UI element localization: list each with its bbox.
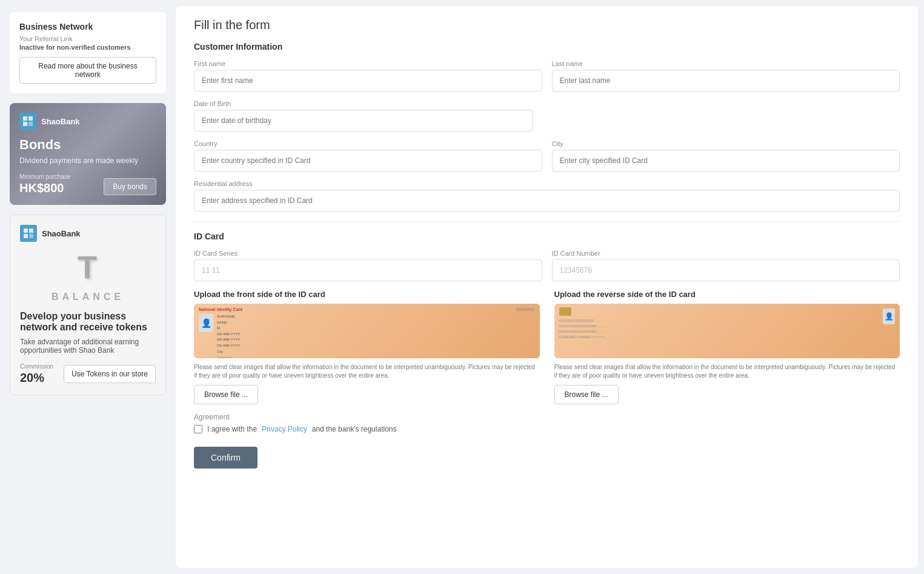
id-row: ID Card Series ID Card Number bbox=[194, 250, 900, 281]
id-series-input[interactable] bbox=[194, 259, 542, 281]
country-label: Country bbox=[194, 140, 542, 147]
id-card-city-text: City bbox=[217, 349, 241, 355]
id-card-back-photo-icon: 👤 bbox=[883, 309, 895, 324]
id-section-title: ID Card bbox=[194, 232, 900, 241]
divider bbox=[194, 221, 900, 222]
min-price: HK$800 bbox=[19, 181, 70, 195]
business-network-section: Business Network Your Referral Link Inac… bbox=[10, 12, 166, 93]
address-label: Residential address bbox=[194, 180, 900, 187]
upload-front-title: Upload the front side of the ID card bbox=[194, 290, 540, 299]
id-card-back-content: 👤 IDGBR000000000000........ 000000000000… bbox=[554, 304, 900, 358]
agreement-section: Agreement I agree with the Privacy Polic… bbox=[194, 413, 900, 433]
id-card-front-number: 00000000 bbox=[516, 307, 534, 312]
sidebar: Business Network Your Referral Link Inac… bbox=[0, 0, 176, 574]
upload-front-desc: Please send clear images that allow the … bbox=[194, 363, 540, 380]
id-series-label: ID Card Series bbox=[194, 250, 542, 257]
svg-rect-3 bbox=[28, 122, 33, 126]
country-input[interactable] bbox=[194, 150, 542, 172]
svg-rect-5 bbox=[29, 229, 33, 233]
main-content: Fill in the form Customer Information Fi… bbox=[176, 6, 918, 568]
referral-label: Your Referral Link bbox=[19, 35, 156, 42]
balance-bank-label: ShaoBank bbox=[42, 229, 81, 238]
bonds-title: Bonds bbox=[19, 137, 156, 153]
bonds-price-group: Minimum purchase HK$800 bbox=[19, 173, 70, 195]
balance-desc-text: Take advantage of additional earning opp… bbox=[20, 338, 156, 355]
id-card-front-body: 👤 SURNAMENAMEMDD-MM-YYYYDD-MM-YYYYDD-MM-… bbox=[199, 314, 535, 358]
bonds-card: ShaoBank Bonds Dividend payments are mad… bbox=[10, 103, 166, 205]
id-card-front-preview: National Identity Card 00000000 👤 SURNAM… bbox=[194, 304, 540, 358]
address-row: Residential address bbox=[194, 180, 900, 212]
bonds-bank-label: ShaoBank bbox=[41, 117, 80, 126]
svg-rect-7 bbox=[29, 234, 33, 238]
dob-label: Date of Birth bbox=[194, 100, 533, 107]
id-card-front-label: National Identity Card bbox=[199, 307, 242, 312]
country-group: Country bbox=[194, 140, 542, 172]
last-name-input[interactable] bbox=[552, 70, 900, 92]
upload-back-title: Upload the reverse side of the ID card bbox=[554, 290, 900, 299]
svg-rect-4 bbox=[24, 229, 28, 233]
id-number-input[interactable] bbox=[552, 259, 900, 281]
last-name-group: Last name bbox=[552, 60, 900, 92]
name-row: First name Last name bbox=[194, 60, 900, 92]
id-card-photo-icon: 👤 bbox=[199, 314, 213, 332]
upload-back-group: Upload the reverse side of the ID card 👤… bbox=[554, 290, 900, 404]
bonds-footer: Minimum purchase HK$800 Buy bonds bbox=[19, 173, 156, 195]
upload-section: Upload the front side of the ID card Nat… bbox=[194, 290, 900, 404]
form-title: Fill in the form bbox=[194, 18, 900, 32]
commission-value: 20% bbox=[20, 371, 53, 385]
svg-rect-1 bbox=[28, 116, 33, 121]
dob-group: Date of Birth bbox=[194, 100, 533, 132]
first-name-group: First name bbox=[194, 60, 542, 92]
commission-group: Commission 20% bbox=[20, 363, 53, 385]
first-name-label: First name bbox=[194, 60, 542, 67]
balance-card-header: ShaoBank bbox=[20, 225, 156, 242]
city-label: City bbox=[552, 140, 900, 147]
address-input[interactable] bbox=[194, 190, 900, 212]
commission-label: Commission bbox=[20, 363, 53, 370]
address-group: Residential address bbox=[194, 180, 900, 212]
svg-rect-6 bbox=[24, 234, 28, 238]
privacy-policy-link[interactable]: Privacy Policy bbox=[262, 425, 307, 433]
last-name-label: Last name bbox=[552, 60, 900, 67]
city-input[interactable] bbox=[552, 150, 900, 172]
dob-input[interactable] bbox=[194, 110, 533, 132]
shao-logo-balance bbox=[20, 225, 37, 242]
id-card-front-header: National Identity Card 00000000 bbox=[199, 307, 535, 312]
bonds-subtitle: Dividend payments are made weekly bbox=[19, 156, 156, 165]
id-card-info-text: SURNAMENAMEMDD-MM-YYYYDD-MM-YYYYDD-MM-YY… bbox=[217, 314, 241, 349]
business-network-title: Business Network bbox=[19, 22, 156, 32]
svg-rect-2 bbox=[23, 122, 27, 126]
id-card-back-lines: IDGBR000000000000........ 00000000000000… bbox=[559, 318, 896, 340]
use-tokens-button[interactable]: Use Tokens in our store bbox=[64, 365, 156, 383]
referral-status: Inactive for non-verified customers bbox=[19, 44, 156, 51]
first-name-input[interactable] bbox=[194, 70, 542, 92]
balance-card: ShaoBank T BALANCE Develop your business… bbox=[10, 215, 166, 395]
id-series-group: ID Card Series bbox=[194, 250, 542, 281]
id-card-chip-icon bbox=[559, 307, 571, 316]
shao-logo-bonds bbox=[19, 113, 36, 130]
customer-section-title: Customer Information bbox=[194, 42, 900, 52]
agreement-title: Agreement bbox=[194, 413, 900, 421]
upload-back-desc: Please send clear images that allow the … bbox=[554, 363, 900, 380]
id-card-signature-text: Signature bbox=[217, 356, 241, 358]
dob-row: Date of Birth bbox=[194, 100, 900, 132]
agreement-checkbox[interactable] bbox=[194, 425, 202, 433]
agreement-text-before: I agree with the bbox=[207, 425, 257, 433]
id-card-front-content: National Identity Card 00000000 👤 SURNAM… bbox=[194, 304, 540, 358]
read-more-button[interactable]: Read more about the business network bbox=[19, 57, 156, 84]
id-card-front-info: SURNAMENAMEMDD-MM-YYYYDD-MM-YYYYDD-MM-YY… bbox=[217, 314, 241, 358]
balance-t-symbol: T bbox=[20, 249, 156, 285]
balance-desc-title: Develop your business network and receiv… bbox=[20, 311, 156, 333]
id-number-group: ID Card Number bbox=[552, 250, 900, 281]
min-purchase-label: Minimum purchase bbox=[19, 173, 70, 180]
balance-footer: Commission 20% Use Tokens in our store bbox=[20, 363, 156, 385]
balance-word: BALANCE bbox=[20, 292, 156, 302]
upload-front-group: Upload the front side of the ID card Nat… bbox=[194, 290, 540, 404]
browse-front-button[interactable]: Browse file ... bbox=[194, 385, 258, 404]
agreement-text-after: and the bank's regulations bbox=[312, 425, 397, 433]
buy-bonds-button[interactable]: Buy bonds bbox=[104, 178, 156, 195]
city-group: City bbox=[552, 140, 900, 172]
bonds-card-header: ShaoBank bbox=[19, 113, 156, 130]
browse-back-button[interactable]: Browse file ... bbox=[554, 385, 619, 404]
confirm-button[interactable]: Confirm bbox=[194, 447, 258, 469]
